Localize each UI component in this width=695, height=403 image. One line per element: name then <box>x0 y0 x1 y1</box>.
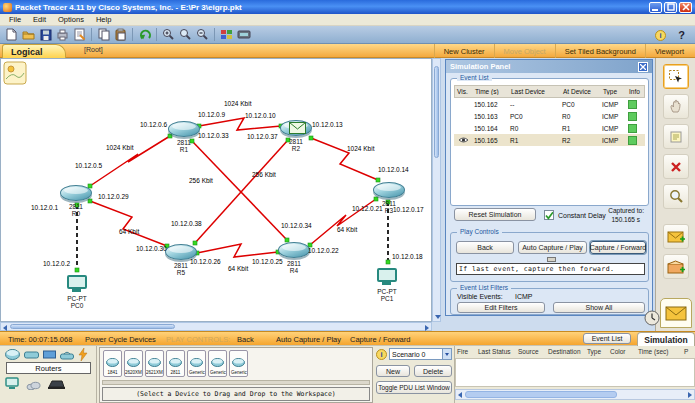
router-R3[interactable] <box>373 182 405 198</box>
routers-cat-icon[interactable] <box>5 349 20 360</box>
scroll-thumb[interactable] <box>434 66 439 158</box>
capture-forward-quick-button[interactable]: Capture / Forward <box>350 335 410 344</box>
scroll-down-icon[interactable] <box>435 315 441 319</box>
event-info[interactable] <box>626 136 643 145</box>
info-icon[interactable]: i <box>652 27 669 43</box>
info-indicator[interactable] <box>628 112 637 121</box>
pdu-scrollbar[interactable] <box>455 389 695 400</box>
chevron-down-icon[interactable] <box>442 349 451 359</box>
cloud-cat-icon[interactable] <box>26 381 41 390</box>
set-tiled-background-button[interactable]: Set Tiled Background <box>555 44 645 58</box>
delete-tool-icon[interactable] <box>663 154 689 179</box>
simulation-panel-header[interactable]: Simulation Panel <box>446 60 652 73</box>
visibility-eye-icon[interactable] <box>454 136 472 145</box>
scenario-delete-button[interactable]: Delete <box>414 365 452 377</box>
zoom-out-icon[interactable] <box>194 27 211 43</box>
copy-icon[interactable] <box>95 27 112 43</box>
constant-delay-checkbox[interactable] <box>544 210 554 220</box>
menu-edit[interactable]: Edit <box>27 15 52 24</box>
reset-simulation-button[interactable]: Reset Simulation <box>454 208 536 221</box>
activity-wizard-icon[interactable] <box>71 27 88 43</box>
scenario-new-button[interactable]: New <box>376 365 410 377</box>
pdu-column-header[interactable]: P <box>684 348 688 355</box>
router-R4[interactable] <box>278 242 310 258</box>
scenario-info-icon[interactable]: i <box>376 349 387 362</box>
simulation-mode-icon[interactable] <box>660 298 692 328</box>
auto-capture-play-button[interactable]: Auto Capture / Play <box>518 241 587 254</box>
toggle-pdu-list-button[interactable]: Toggle PDU List Window <box>376 381 452 394</box>
palette-icon[interactable] <box>218 27 235 43</box>
minimize-button[interactable] <box>649 2 662 13</box>
event-row[interactable]: 150.163PC0R0ICMP <box>454 110 645 122</box>
event-row[interactable]: 150.165R1R2ICMP <box>454 134 645 146</box>
switches-cat-icon[interactable] <box>24 351 39 359</box>
select-tool-icon[interactable] <box>663 64 689 89</box>
hubs-cat-icon[interactable] <box>43 350 56 359</box>
zoom-in-icon[interactable] <box>160 27 177 43</box>
event-list-toggle-button[interactable]: Event List <box>583 333 631 344</box>
scroll-right-icon[interactable] <box>688 392 692 398</box>
canvas-vertical-scrollbar[interactable] <box>432 58 441 322</box>
model-2811[interactable]: 2811 <box>166 350 185 377</box>
paste-icon[interactable] <box>112 27 129 43</box>
close-button[interactable] <box>679 2 692 13</box>
connections-cat-icon[interactable] <box>78 348 88 361</box>
wireless-cat-icon[interactable] <box>60 350 74 360</box>
column-header[interactable]: Info <box>627 88 644 95</box>
pdu-column-header[interactable]: Destination <box>548 348 581 355</box>
pdu-column-header[interactable]: Source <box>518 348 539 355</box>
router-R0[interactable] <box>60 185 92 201</box>
scenario-select[interactable]: Scenario 0 <box>389 348 452 360</box>
model-1841[interactable]: 1841 <box>103 350 122 377</box>
menu-file[interactable]: File <box>3 15 27 24</box>
add-simple-pdu-tool-icon[interactable] <box>663 224 689 249</box>
print-icon[interactable] <box>54 27 71 43</box>
model-list-scrollbar[interactable] <box>102 380 370 385</box>
pc-PC0[interactable] <box>67 275 87 289</box>
menu-help[interactable]: Help <box>90 15 117 24</box>
auto-capture-quick-button[interactable]: Auto Capture / Play <box>276 335 341 344</box>
icmp-packet-icon[interactable] <box>289 122 306 136</box>
restore-button[interactable] <box>664 2 677 13</box>
custom-device-icon[interactable] <box>235 27 252 43</box>
pdu-column-header[interactable]: Time (sec) <box>638 348 668 355</box>
column-header[interactable]: Vis. <box>455 88 473 95</box>
root-button[interactable]: [Root] <box>84 46 103 53</box>
back-button[interactable]: Back <box>456 241 514 254</box>
info-indicator[interactable] <box>628 100 637 109</box>
new-cluster-button[interactable]: New Cluster <box>434 44 494 58</box>
add-complex-pdu-tool-icon[interactable] <box>663 254 689 279</box>
serial-link-R5-R4[interactable] <box>197 244 278 257</box>
speed-slider[interactable] <box>547 257 556 262</box>
custom-cat-icon[interactable] <box>47 379 66 390</box>
magnifier-icon[interactable] <box>177 27 194 43</box>
info-indicator[interactable] <box>628 124 637 133</box>
model-generic[interactable]: Generic <box>187 350 206 377</box>
info-indicator[interactable] <box>628 136 637 145</box>
logical-workspace[interactable]: 2811R02811R12811R22811R32811R42811R5PC-P… <box>0 58 432 322</box>
canvas-horizontal-scrollbar[interactable] <box>0 322 432 331</box>
column-header[interactable]: Type <box>601 88 627 95</box>
hand-tool-icon[interactable] <box>663 94 689 119</box>
serial-link-R0-R5[interactable] <box>90 201 167 246</box>
pdu-column-header[interactable]: Last Status <box>478 348 511 355</box>
realtime-mode-icon[interactable] <box>644 310 660 328</box>
event-info[interactable] <box>626 124 643 133</box>
model-2620xm[interactable]: 2620XM <box>124 350 143 377</box>
menu-options[interactable]: Options <box>52 15 90 24</box>
router-R1[interactable] <box>168 121 200 137</box>
event-info[interactable] <box>626 112 643 121</box>
undo-icon[interactable] <box>136 27 153 43</box>
model-generic[interactable]: Generic <box>208 350 227 377</box>
new-file-icon[interactable] <box>3 27 20 43</box>
column-header[interactable]: At Device <box>561 88 601 95</box>
edit-filters-button[interactable]: Edit Filters <box>457 302 545 313</box>
scroll-thumb[interactable] <box>10 324 175 329</box>
column-header[interactable]: Last Device <box>509 88 561 95</box>
column-header[interactable]: Time (s) <box>473 88 509 95</box>
open-folder-icon[interactable] <box>20 27 37 43</box>
capture-forward-button[interactable]: Capture / Forward <box>590 241 646 254</box>
event-info[interactable] <box>626 100 643 109</box>
pc-PC1[interactable] <box>377 268 397 282</box>
help-icon[interactable]: ? <box>673 27 690 43</box>
